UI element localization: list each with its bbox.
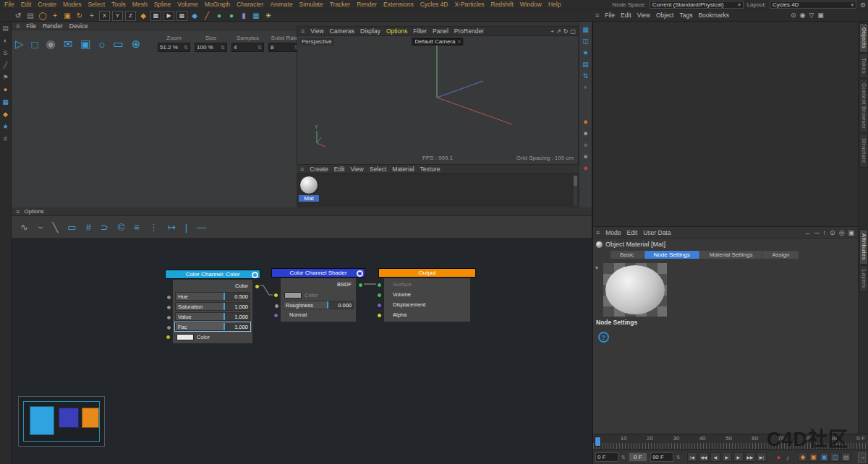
field-input[interactable]: 100 % ⇅ [195,43,227,52]
menu-item[interactable]: Select [88,1,105,8]
display-icon[interactable]: ▦ [251,11,261,21]
menu-item[interactable]: Extensions [383,1,414,8]
node-preview-toggle[interactable] [252,272,258,278]
goto-end-button[interactable]: ▶| [757,452,767,462]
texture-red-icon[interactable]: ● [583,165,588,171]
tab-objects[interactable]: Objects [859,23,868,53]
spheres-icon[interactable]: ● [214,11,224,21]
viewport-view[interactable]: Perspective Default Camera ≡ Y FPS : 909… [297,36,578,164]
menu-item[interactable]: X-Particles [454,1,484,8]
record-button[interactable]: ● [775,452,782,462]
menu-item[interactable]: File [4,1,14,8]
menu-item[interactable]: Texture [420,166,441,173]
undo-icon[interactable]: ↺ [13,11,23,21]
node-preview-toggle[interactable] [357,270,363,277]
menu-item[interactable]: Character [237,1,263,8]
swap-icon[interactable]: ⇅ [583,73,589,80]
menu-item[interactable]: Simulate [299,1,323,8]
tab-material-settings[interactable]: Material Settings [700,251,762,259]
menu-item[interactable]: Edit [21,1,32,8]
menu-item[interactable]: Redshift [491,1,514,8]
scrollbar[interactable] [574,176,577,206]
key-tool-icon[interactable]: ◆ [3,111,8,118]
panel-menu-icon[interactable]: ≡ [301,27,305,35]
filter-icon[interactable]: ▽ [809,12,814,19]
save-icon[interactable]: ▣ [80,38,90,51]
menu-item[interactable]: Filter [413,27,427,35]
menu-item[interactable]: Bookmarks [698,12,729,19]
color-output-port[interactable] [255,284,260,289]
parameter-row[interactable]: Value 1.000 [175,312,250,321]
layout-select[interactable]: Cycles 4D ▾ [770,1,856,9]
align-top-icon[interactable]: ⋮ [149,222,158,233]
split-view-icon[interactable]: ◫ [582,38,589,45]
pen-tool-icon[interactable]: ╱ [4,62,7,69]
next-key-button[interactable]: ▶▶ [745,452,755,462]
material-spheres-icon[interactable]: ◉ [46,38,56,51]
input-port[interactable] [166,315,171,320]
lock-icon[interactable]: ◎ [839,229,845,236]
node-header[interactable]: Color Channel Shader [271,268,365,278]
stepper-icon[interactable]: ⇅ [184,45,188,51]
node-color-channel-color[interactable]: Color Channel: Color Color Hue 0.500 [165,270,260,344]
tab-takes[interactable]: Takes [859,53,868,78]
timeline-ruler[interactable]: 01020304050607080900 F [593,434,868,450]
menu-item[interactable]: Panel [433,27,448,35]
menu-item[interactable]: Tools [111,1,126,8]
grid-tool-icon[interactable]: ▦ [2,99,9,106]
color-input-port[interactable] [166,335,171,340]
gem-icon[interactable]: ◆ [190,11,200,21]
roughness-row[interactable]: Roughness 0.000 [283,301,354,309]
menu-item[interactable]: Tags [679,12,692,19]
stepper-icon[interactable]: ⇅ [676,455,681,460]
next-frame-button[interactable]: ▶ [733,452,744,462]
input-port[interactable] [166,325,171,330]
current-frame-marker[interactable] [595,437,601,447]
goto-start-button[interactable]: |◀ [687,452,697,462]
node-graph-navigator[interactable] [18,396,105,447]
coordinate-key-icon[interactable]: ◆ [138,11,148,21]
menu-item[interactable]: Window [520,1,542,8]
star-tool-icon[interactable]: ★ [2,124,8,130]
menu-item[interactable]: Material [392,166,414,173]
frame-icon[interactable]: ▭ [67,222,76,233]
render-play-icon[interactable]: ▷ [15,38,24,51]
light-icon[interactable]: ☀ [263,11,273,21]
autokey-icon[interactable]: ▣ [809,452,818,462]
parameter-row[interactable]: Saturation 1.000 [175,302,250,311]
move-icon[interactable]: + [50,11,60,21]
menu-item[interactable]: Cameras [330,27,354,35]
rows-icon[interactable]: ▤ [582,61,589,68]
parameter-value[interactable]: 1.000 [225,313,250,320]
sound-button[interactable]: ♪ [785,452,791,462]
color-picker-icon[interactable]: ▤ [25,11,35,21]
sphere-icon[interactable]: ○ [98,38,105,51]
menu-item[interactable]: View [350,166,363,173]
material-name[interactable]: Mat [299,195,319,202]
node-header[interactable]: Color Channel: Color [165,270,260,279]
align-left-icon[interactable]: ≡ [134,222,140,233]
object-manager[interactable] [593,22,858,226]
stepper-icon[interactable]: ⇅ [621,455,626,460]
menu-item[interactable]: Spline [154,1,171,8]
forward-line-icon[interactable]: ─ [814,229,819,236]
viewport-panel[interactable]: ≡ ViewCamerasDisplayOptionsFilterPanelPr… [297,26,579,165]
menu-item[interactable]: Render [357,1,377,8]
parameter-value[interactable]: 0.500 [225,293,250,300]
menu-item[interactable]: Create [38,1,56,8]
render-settings-button[interactable]: ▦ [176,11,187,21]
z-axis-button[interactable]: Z [125,11,136,21]
panel-layout-icon[interactable]: ▦ [582,27,589,33]
node-graph-canvas[interactable]: Color Channel: Color Color Hue 0.500 [12,239,592,464]
menu-item[interactable]: Cycles 4D [420,1,448,8]
stepper-icon[interactable]: ⇅ [258,45,262,51]
pose-icon[interactable]: S [3,50,7,56]
scrollbar-handle[interactable] [574,176,577,186]
visibility-icon[interactable]: ◉ [800,12,806,19]
menu-item[interactable]: Edit [627,229,638,236]
brush-icon[interactable]: ◐ [4,38,7,44]
last-tool-icon[interactable]: + [87,11,97,21]
color-swatch[interactable] [176,334,194,340]
tab-basic[interactable]: Basic [610,251,644,259]
exit-icon[interactable]: → [858,452,866,463]
